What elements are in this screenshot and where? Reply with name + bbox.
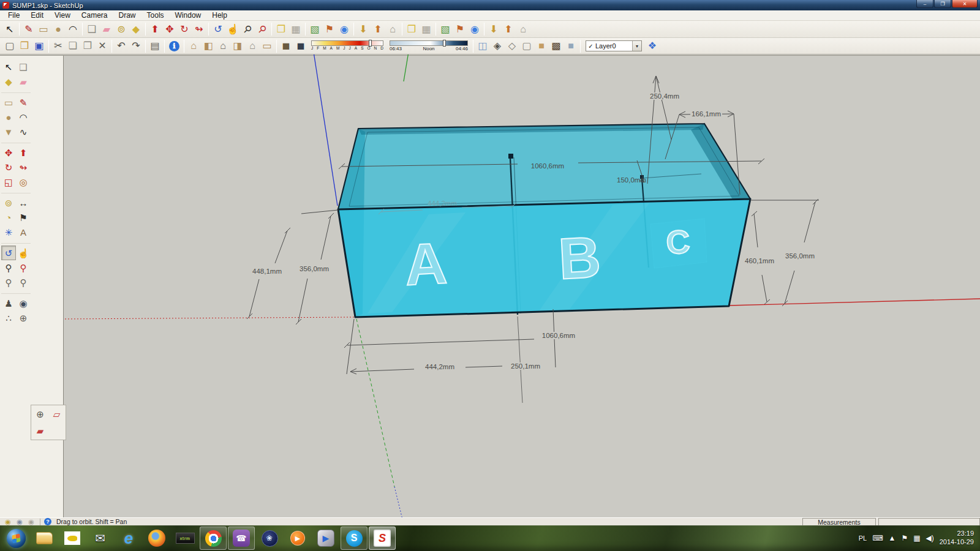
dropdown-arrow-icon[interactable]: ▾ <box>632 41 641 51</box>
lts-walk-icon[interactable]: ∴ <box>1 310 16 325</box>
fish-app-taskbar-icon[interactable] <box>59 527 86 550</box>
shadow-date-slider[interactable]: JFMAMJJASOND <box>311 39 383 53</box>
model-info-icon[interactable]: ℹ <box>169 41 179 51</box>
network-icon[interactable]: ▦ <box>913 534 920 542</box>
menu-help[interactable]: Help <box>206 11 233 20</box>
arc-tool-icon[interactable]: ◠ <box>66 22 80 37</box>
model-location-icon[interactable]: ⚑ <box>322 22 337 37</box>
google-earth-icon[interactable]: ◉ <box>337 22 352 37</box>
lts-rectangle-icon[interactable]: ▭ <box>1 95 16 110</box>
upload-model-icon-2[interactable]: ⬆ <box>501 22 516 37</box>
eraser-tool-icon[interactable]: ▰ <box>99 22 114 37</box>
lts-dimension-icon[interactable]: ↔ <box>16 195 31 210</box>
minimize-button[interactable]: ‒ <box>916 0 933 8</box>
print-icon[interactable]: ▤ <box>148 39 162 53</box>
lts-zoom-previous-icon[interactable]: ⚲ <box>1 275 16 290</box>
copy-icon[interactable]: ❏ <box>66 39 80 53</box>
help-icon[interactable]: ? <box>44 518 51 525</box>
display-section-planes-icon[interactable]: ▱ <box>48 406 65 422</box>
lts-paint-bucket-icon[interactable]: ◆ <box>1 74 16 89</box>
chrome-taskbar-icon[interactable] <box>200 527 227 550</box>
toggle-terrain-icon-2[interactable]: ▦ <box>419 22 434 37</box>
view-top-icon[interactable]: ⌂ <box>245 39 260 53</box>
shadow-time-slider[interactable]: 06:43Noon04:46 <box>390 39 468 53</box>
lts-line-icon[interactable]: ✎ <box>16 95 31 110</box>
photo-textures-icon[interactable]: ▧ <box>307 22 322 37</box>
tape-measure-icon[interactable]: ⊚ <box>114 22 129 37</box>
shadow-settings-icon[interactable]: ◼ <box>279 39 293 53</box>
line-tool-icon[interactable]: ✎ <box>21 22 36 37</box>
menu-file[interactable]: File <box>2 11 25 20</box>
display-section-cuts-icon[interactable]: ▰ <box>32 422 48 439</box>
circle-tool-icon[interactable]: ● <box>51 22 66 37</box>
internet-explorer-taskbar-icon[interactable]: e <box>115 527 142 550</box>
lts-eraser-icon[interactable]: ▰ <box>16 74 31 89</box>
new-file-icon[interactable]: ▢ <box>2 39 17 53</box>
action-center-icon[interactable]: ⚑ <box>901 534 908 542</box>
menu-edit[interactable]: Edit <box>25 11 49 20</box>
sketchup-taskbar-icon[interactable]: S <box>369 527 396 550</box>
firefox-taskbar-icon[interactable] <box>143 527 170 550</box>
undo-icon[interactable]: ↶ <box>114 39 129 53</box>
get-models-icon[interactable]: ⬇ <box>356 22 371 37</box>
lts-polygon-icon[interactable]: ▼ <box>1 124 16 139</box>
get-current-view-icon-2[interactable]: ❐ <box>404 22 419 37</box>
xtreme-taskbar-icon[interactable]: xtrm <box>172 527 198 550</box>
shadow-date-marker[interactable] <box>369 40 372 47</box>
view-left-icon[interactable]: ◧ <box>201 39 216 53</box>
lts-tape-measure-icon[interactable]: ⊚ <box>1 195 16 210</box>
rotate-tool-icon[interactable]: ↻ <box>177 22 192 37</box>
lts-freehand-icon[interactable]: ∿ <box>16 124 31 139</box>
close-button[interactable]: ✕ <box>952 0 978 8</box>
taskbar-clock[interactable]: 23:19 2014-10-29 <box>940 530 974 547</box>
vegas-taskbar-icon[interactable]: ▶ <box>312 527 339 550</box>
photo-textures-icon-2[interactable]: ▧ <box>438 22 453 37</box>
open-file-icon[interactable]: ❒ <box>17 39 32 53</box>
lts-axes-icon[interactable]: ✳ <box>1 225 16 239</box>
credits-status-icon[interactable]: ◉ <box>28 518 35 525</box>
lts-select-icon[interactable]: ↖ <box>1 59 16 74</box>
lts-zoom-next-icon[interactable]: ⚲ <box>16 275 31 290</box>
shadow-time-marker[interactable] <box>443 40 446 47</box>
lts-make-component-icon[interactable]: ❑ <box>16 59 31 74</box>
show-hidden-icons-button[interactable]: ▲ <box>888 534 895 542</box>
mail-taskbar-icon[interactable]: ✉ <box>87 527 114 550</box>
google-earth-icon-2[interactable]: ◉ <box>467 22 482 37</box>
start-button[interactable] <box>2 527 29 550</box>
lts-zoom-icon[interactable]: ⚲ <box>1 260 16 275</box>
cut-icon[interactable]: ✂ <box>51 39 66 53</box>
view-bottom-icon[interactable]: ▭ <box>260 39 274 53</box>
claim-credit-status-icon[interactable]: ◉ <box>16 518 23 525</box>
shaded-style-icon[interactable]: ■ <box>534 39 549 53</box>
get-current-view-icon[interactable]: ❐ <box>274 22 288 37</box>
view-front-icon[interactable]: ⌂ <box>216 39 230 53</box>
lts-push-pull-icon[interactable]: ⬆ <box>16 145 31 160</box>
view-back-icon[interactable]: ◨ <box>230 39 245 53</box>
wireframe-style-icon[interactable]: ◇ <box>505 39 519 53</box>
shadow-toggle-icon[interactable]: ◼ <box>293 39 308 53</box>
volume-icon[interactable]: ◀) <box>925 534 933 542</box>
get-models-icon-2[interactable]: ⬇ <box>486 22 501 37</box>
lts-position-camera-icon[interactable]: ♟ <box>1 296 16 310</box>
toggle-terrain-icon[interactable]: ▦ <box>288 22 303 37</box>
lts-zoom-extents-icon[interactable]: ⚲ <box>16 260 31 275</box>
language-indicator[interactable]: PL <box>859 534 867 542</box>
lts-scale-icon[interactable]: ◱ <box>1 174 16 189</box>
back-edges-style-icon[interactable]: ◈ <box>490 39 505 53</box>
lts-text-icon[interactable]: ⚑ <box>16 210 31 225</box>
paste-icon[interactable]: ❐ <box>80 39 95 53</box>
lts-protractor-icon[interactable]: ◔ <box>1 210 16 225</box>
section-plane-tool-icon[interactable]: ⊕ <box>32 406 48 422</box>
water-app-taskbar-icon[interactable]: ❀ <box>256 527 283 550</box>
upload-model-icon[interactable]: ⬆ <box>371 22 385 37</box>
lts-circle-icon[interactable]: ● <box>1 110 16 124</box>
maximize-button[interactable]: ❐ <box>934 0 951 8</box>
textured-style-icon[interactable]: ▩ <box>549 39 564 53</box>
push-pull-tool-icon[interactable]: ⬆ <box>148 22 162 37</box>
orbit-tool-icon[interactable]: ↺ <box>211 22 225 37</box>
select-tool-icon[interactable]: ↖ <box>2 22 17 37</box>
menu-view[interactable]: View <box>49 11 76 20</box>
lts-3d-text-icon[interactable]: A <box>16 225 31 239</box>
move-tool-icon[interactable]: ✥ <box>162 22 177 37</box>
geolocate-status-icon[interactable]: ◉ <box>4 518 12 525</box>
